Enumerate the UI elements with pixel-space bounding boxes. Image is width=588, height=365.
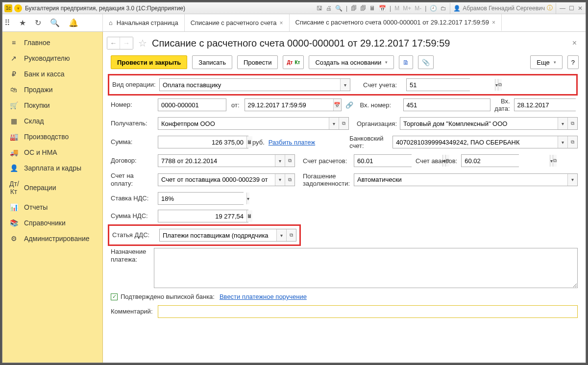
sidebar-item-production[interactable]: 🏭Производство	[2, 129, 102, 145]
dt-kt-button[interactable]: ДтКт	[283, 55, 304, 69]
in-date-input[interactable]	[514, 99, 586, 111]
vat-rate-input[interactable]	[158, 193, 246, 204]
bank-acc-input[interactable]	[393, 136, 558, 148]
help-button[interactable]: ?	[567, 55, 579, 69]
preview-icon[interactable]: 🔍	[335, 5, 343, 12]
apps-icon[interactable]: ⠿	[4, 18, 10, 27]
purpose-textarea[interactable]	[154, 248, 578, 288]
calc-icon[interactable]: 🖩	[246, 210, 252, 222]
tab-doc-current[interactable]: Списание с расчетного счета 0000-000001 …	[290, 14, 502, 31]
date-combo[interactable]: 📅	[245, 98, 342, 111]
acc-adv-input[interactable]	[462, 155, 550, 167]
history-icon[interactable]: ↻	[35, 18, 41, 27]
invoice-combo[interactable]: ▾ ⧉	[158, 173, 295, 186]
favorite-star-icon[interactable]: ☆	[138, 37, 147, 49]
maximize-icon[interactable]: ☐	[569, 5, 574, 12]
create-based-button[interactable]: Создать на основании	[309, 55, 394, 69]
in-date-combo[interactable]: 📅	[514, 98, 576, 111]
dds-combo[interactable]: ▾ ⧉	[159, 229, 296, 242]
minimize-icon[interactable]: —	[560, 5, 565, 12]
date-input[interactable]	[245, 99, 333, 111]
confirmed-checkbox[interactable]: ✓ Подтверждено выпиской банка:	[111, 293, 215, 300]
tab-close-icon[interactable]: ×	[279, 20, 283, 26]
split-payment-link[interactable]: Разбить платеж	[269, 139, 315, 146]
save-icon[interactable]: 🖫	[317, 5, 322, 12]
dds-input[interactable]	[160, 229, 276, 241]
bell-icon[interactable]: 🔔	[69, 18, 78, 27]
in-number-input[interactable]	[403, 98, 490, 111]
sidebar-item-sales[interactable]: 🛍Продажи	[2, 82, 102, 97]
post-button[interactable]: Провести	[237, 55, 278, 69]
acc-settl-combo[interactable]: ▾ ⧉	[354, 154, 412, 167]
sidebar-item-operations[interactable]: Дт/КтОперации	[2, 176, 102, 199]
compare-icon[interactable]: 🗐	[351, 5, 357, 12]
dropdown-icon[interactable]: ▾	[329, 118, 339, 129]
scale-m-icon[interactable]: M	[394, 5, 399, 12]
contract-input[interactable]	[158, 155, 275, 167]
sidebar-item-director[interactable]: ↗Руководителю	[2, 50, 102, 66]
drop-icon[interactable]: ▾	[14, 4, 22, 12]
amount-field[interactable]: 🖩	[158, 136, 248, 148]
sidebar-item-main[interactable]: ≡Главное	[2, 35, 102, 50]
structure-button[interactable]: 🗎	[399, 55, 413, 69]
copy-icon[interactable]: 🗐	[360, 5, 366, 12]
open-icon[interactable]: ⧉	[567, 118, 577, 129]
org-input[interactable]	[400, 118, 558, 129]
user-chip[interactable]: 👤 Абрамов Геннадий Сергеевич ⓘ	[450, 3, 556, 14]
open-icon[interactable]: ⧉	[286, 229, 296, 241]
dropdown-icon[interactable]: ▾	[276, 229, 286, 241]
dropdown-icon[interactable]: ▾	[558, 118, 567, 129]
vat-sum-input[interactable]	[158, 210, 246, 222]
post-and-close-button[interactable]: Провести и закрыть	[111, 55, 187, 69]
record-button[interactable]: Записать	[192, 55, 232, 69]
calc-icon[interactable]: 🖩	[369, 5, 375, 12]
more-button[interactable]: Еще	[530, 55, 562, 69]
dropdown-icon[interactable]: ▾	[275, 174, 285, 186]
document-close-icon[interactable]: ×	[572, 39, 579, 48]
sidebar-item-purchases[interactable]: 🛒Покупки	[2, 97, 102, 113]
dropdown-icon[interactable]: ▾	[275, 155, 285, 167]
tab-home[interactable]: ⌂ Начальная страница	[103, 14, 185, 31]
amount-input[interactable]	[158, 136, 246, 148]
scale-mminus-icon[interactable]: M-	[415, 5, 421, 12]
attachment-button[interactable]: 📎	[418, 55, 434, 69]
open-icon[interactable]: ⧉	[285, 155, 294, 167]
sidebar-item-hr[interactable]: 👤Зарплата и кадры	[2, 160, 102, 176]
nav-forward-button[interactable]: →	[120, 37, 133, 49]
dropdown-icon[interactable]: ▾	[558, 136, 567, 148]
op-kind-input[interactable]	[160, 79, 340, 91]
scale-mplus-icon[interactable]: M+	[403, 5, 411, 12]
sidebar-item-assets[interactable]: 🚚ОС и НМА	[2, 145, 102, 160]
close-icon[interactable]: ✕	[578, 5, 583, 12]
sidebar-item-stock[interactable]: ▦Склад	[2, 113, 102, 129]
number-input[interactable]	[158, 98, 226, 111]
tab-close-icon[interactable]: ×	[492, 19, 495, 26]
print-icon[interactable]: 🖨	[326, 5, 332, 12]
star-icon[interactable]: ★	[19, 18, 26, 27]
account-input[interactable]	[407, 79, 495, 91]
op-kind-combo[interactable]: ▾	[159, 78, 350, 91]
dropdown-icon[interactable]: ▾	[340, 79, 350, 91]
folder-icon[interactable]: 🗀	[441, 5, 446, 12]
sidebar-item-reports[interactable]: 📊Отчеты	[2, 199, 102, 215]
open-icon[interactable]: ⧉	[567, 136, 577, 148]
calendar-icon[interactable]: 📅	[333, 99, 341, 111]
ok-link-icon[interactable]: 🔗	[345, 101, 353, 109]
vat-rate-combo[interactable]: ▾	[158, 192, 244, 205]
invoice-input[interactable]	[158, 174, 275, 186]
debt-input[interactable]	[354, 174, 567, 186]
dropdown-icon[interactable]: ▾	[567, 174, 577, 186]
contract-combo[interactable]: ▾ ⧉	[158, 154, 295, 167]
account-combo[interactable]: ▾ ⧉	[406, 78, 470, 91]
dropdown-icon[interactable]: ▾	[246, 193, 249, 204]
search-icon[interactable]: 🔍	[50, 18, 60, 27]
open-icon[interactable]: ⧉	[285, 174, 294, 186]
nav-back-button[interactable]: ←	[107, 37, 120, 49]
sidebar-item-catalogs[interactable]: 📚Справочники	[2, 215, 102, 231]
calendar-icon[interactable]: 📅	[379, 5, 386, 12]
open-icon[interactable]: ⧉	[339, 118, 348, 129]
org-combo[interactable]: ▾ ⧉	[400, 117, 578, 130]
vat-sum-field[interactable]: 🖩	[158, 210, 248, 222]
debt-combo[interactable]: ▾	[354, 173, 578, 186]
bank-acc-combo[interactable]: ▾ ⧉	[392, 136, 578, 148]
